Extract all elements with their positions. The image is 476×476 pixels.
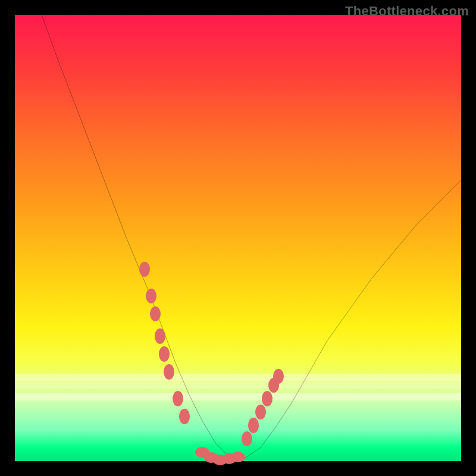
watermark-label: TheBottleneck.com (345, 4, 469, 19)
data-point (231, 452, 245, 462)
data-point (146, 289, 156, 304)
data-point (164, 364, 174, 380)
data-point (155, 328, 165, 344)
data-point (248, 418, 259, 433)
data-point (242, 431, 252, 447)
bottleneck-curve (15, 15, 461, 461)
data-point (179, 409, 190, 424)
data-point (159, 346, 170, 362)
data-point (273, 369, 284, 384)
data-point (262, 391, 273, 406)
data-point (173, 391, 183, 406)
data-point (255, 405, 266, 420)
data-point (139, 262, 150, 277)
chart-plot-area (15, 15, 461, 461)
